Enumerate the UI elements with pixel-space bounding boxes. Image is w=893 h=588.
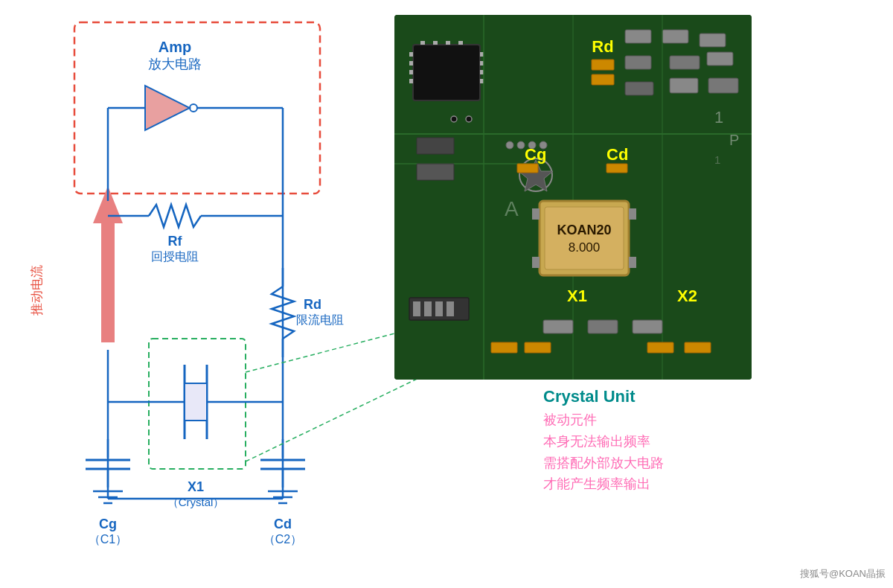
svg-rect-64 bbox=[491, 342, 517, 353]
rd-label: Rd bbox=[304, 297, 321, 312]
svg-rect-4 bbox=[625, 56, 651, 69]
svg-rect-57 bbox=[629, 208, 636, 220]
svg-text:1: 1 bbox=[714, 153, 720, 166]
svg-rect-40 bbox=[413, 301, 420, 316]
pcb-photo: Rd Cg Cd KOAN20 8.000 X1 X2 A bbox=[394, 15, 752, 380]
svg-text:X1: X1 bbox=[567, 287, 587, 305]
svg-rect-62 bbox=[588, 320, 618, 333]
svg-text:A: A bbox=[505, 197, 519, 220]
cg-label: Cg bbox=[99, 517, 117, 531]
svg-rect-52 bbox=[545, 207, 624, 269]
connector-line2 bbox=[246, 365, 417, 461]
svg-point-35 bbox=[466, 116, 472, 122]
svg-point-30 bbox=[506, 141, 513, 149]
svg-rect-13 bbox=[409, 70, 413, 74]
svg-rect-41 bbox=[424, 301, 432, 316]
rf-sublabel: 回授电阻 bbox=[151, 250, 199, 263]
svg-rect-50 bbox=[606, 164, 627, 173]
svg-rect-49 bbox=[517, 164, 538, 173]
svg-rect-6 bbox=[707, 52, 733, 65]
svg-rect-9 bbox=[708, 78, 738, 93]
crystal-body bbox=[185, 383, 207, 421]
svg-rect-44 bbox=[592, 60, 614, 70]
svg-rect-58 bbox=[629, 257, 636, 268]
svg-text:Cd: Cd bbox=[606, 145, 628, 164]
crystal-unit-line4: 才能产生频率输出 bbox=[543, 473, 664, 495]
svg-rect-7 bbox=[625, 82, 653, 95]
crystal-unit-line1: 被动元件 bbox=[543, 409, 664, 431]
svg-rect-21 bbox=[446, 41, 450, 45]
svg-rect-3 bbox=[700, 33, 726, 47]
crystal-unit-line2: 本身无法输出频率 bbox=[543, 431, 664, 453]
amp-label: Amp bbox=[159, 39, 191, 55]
svg-text:Cg: Cg bbox=[525, 145, 546, 164]
svg-rect-10 bbox=[413, 45, 480, 100]
rf-label: Rf bbox=[168, 234, 183, 249]
svg-text:8.000: 8.000 bbox=[569, 240, 601, 255]
svg-rect-14 bbox=[409, 79, 413, 83]
watermark-text: 搜狐号@KOAN晶振 bbox=[800, 568, 886, 579]
svg-rect-5 bbox=[670, 56, 700, 69]
svg-rect-65 bbox=[525, 342, 551, 353]
x1-label: X1 bbox=[188, 479, 204, 494]
current-label: 推动电流 bbox=[30, 265, 44, 316]
svg-rect-63 bbox=[633, 320, 662, 333]
x1-sublabel: （Crystal） bbox=[167, 496, 225, 508]
watermark: 搜狐号@KOAN晶振 bbox=[800, 567, 886, 581]
svg-rect-1 bbox=[625, 30, 651, 43]
rd-sublabel: 限流电阻 bbox=[296, 313, 344, 326]
svg-rect-2 bbox=[662, 30, 688, 43]
amp-sublabel: 放大电路 bbox=[148, 57, 202, 71]
svg-rect-38 bbox=[417, 164, 454, 180]
svg-point-34 bbox=[451, 116, 457, 122]
svg-rect-37 bbox=[417, 138, 454, 154]
svg-rect-20 bbox=[433, 41, 438, 45]
svg-rect-55 bbox=[532, 208, 540, 220]
svg-rect-43 bbox=[446, 301, 454, 316]
svg-rect-11 bbox=[409, 52, 413, 57]
amp-triangle bbox=[145, 86, 190, 130]
crystal-unit-line3: 需搭配外部放大电路 bbox=[543, 453, 664, 474]
crystal-unit-section: Crystal Unit 被动元件 本身无法输出频率 需搭配外部放大电路 才能产… bbox=[543, 387, 664, 495]
svg-rect-19 bbox=[420, 41, 425, 45]
svg-rect-67 bbox=[685, 342, 711, 353]
svg-rect-66 bbox=[647, 342, 673, 353]
svg-point-31 bbox=[517, 141, 525, 149]
svg-text:X2: X2 bbox=[677, 287, 697, 305]
svg-rect-61 bbox=[543, 320, 573, 333]
crystal-unit-description: 被动元件 本身无法输出频率 需搭配外部放大电路 才能产生频率输出 bbox=[543, 409, 664, 495]
svg-text:KOAN20: KOAN20 bbox=[557, 223, 611, 237]
cg-sublabel: （C1） bbox=[89, 533, 127, 546]
rf-resistor-symbol bbox=[149, 205, 201, 227]
svg-text:1: 1 bbox=[714, 108, 723, 127]
svg-rect-45 bbox=[592, 74, 614, 85]
svg-rect-12 bbox=[409, 61, 413, 65]
svg-rect-8 bbox=[670, 78, 698, 93]
cd-sublabel: （C2） bbox=[263, 533, 302, 546]
crystal-unit-title: Crystal Unit bbox=[543, 387, 664, 406]
svg-rect-22 bbox=[458, 41, 463, 45]
svg-text:P: P bbox=[729, 132, 739, 148]
svg-rect-56 bbox=[532, 257, 540, 268]
cd-label: Cd bbox=[274, 517, 292, 531]
svg-text:Rd: Rd bbox=[592, 37, 613, 56]
connector-line1 bbox=[246, 320, 417, 372]
svg-rect-42 bbox=[435, 301, 443, 316]
